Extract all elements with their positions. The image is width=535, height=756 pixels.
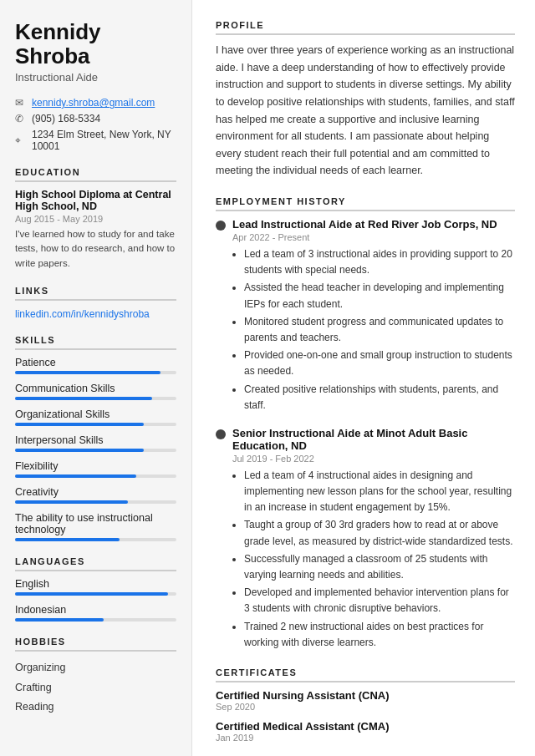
linkedin-link[interactable]: linkedin.com/in/kennidyshroba <box>15 308 150 320</box>
skill-label: Creativity <box>15 486 176 498</box>
job-bullet: Created positive relationships with stud… <box>244 382 515 414</box>
certificates-title: CERTIFICATES <box>216 667 515 682</box>
skill-item: The ability to use instructional technol… <box>15 512 176 541</box>
language-label: Indonesian <box>15 604 176 616</box>
languages-section-title: LANGUAGES <box>15 556 176 571</box>
hobbies-list: OrganizingCraftingReading <box>15 658 176 718</box>
skill-bar-fill <box>15 474 136 478</box>
skill-item: Flexibility <box>15 460 176 478</box>
skill-bar-bg <box>15 538 176 541</box>
language-bar-bg <box>15 592 176 596</box>
job-bullet: Successfully managed a classroom of 25 s… <box>244 551 515 583</box>
address-text: 1234 Elm Street, New York, NY 10001 <box>32 129 176 152</box>
employment-title: EMPLOYMENT HISTORY <box>216 196 515 211</box>
job-bullet: Led a team of 3 instructional aides in p… <box>244 246 515 278</box>
edu-dates: Aug 2015 - May 2019 <box>15 214 176 224</box>
hobbies-section-title: HOBBIES <box>15 637 176 652</box>
job-bullet: Developed and implemented behavior inter… <box>244 585 515 616</box>
address-contact: ⌖ 1234 Elm Street, New York, NY 10001 <box>15 129 176 152</box>
hobby-item: Reading <box>15 698 176 718</box>
hobby-item: Organizing <box>15 658 176 678</box>
education-section-title: EDUCATION <box>15 167 176 182</box>
skill-bar-fill <box>15 423 144 426</box>
job-bullet: Assisted the head teacher in developing … <box>244 280 515 312</box>
languages-list: English Indonesian <box>15 578 176 622</box>
edu-desc: I've learned how to study for and take t… <box>15 227 176 271</box>
cert-date: Jan 2019 <box>216 733 515 743</box>
phone-contact: ✆ (905) 168-5334 <box>15 113 176 124</box>
links-section-title: LINKS <box>15 286 176 301</box>
language-bar-bg <box>15 618 176 622</box>
skill-bar-fill <box>15 538 120 541</box>
job-bullet: Taught a group of 30 3rd graders how to … <box>244 517 515 549</box>
skill-label: Interpersonal Skills <box>15 434 176 446</box>
job-bullets: Led a team of 4 instructional aides in d… <box>232 468 515 651</box>
skill-bar-bg <box>15 423 176 426</box>
skill-label: Flexibility <box>15 460 176 472</box>
language-label: English <box>15 578 176 590</box>
job-header: Senior Instructional Aide at Minot Adult… <box>216 427 515 452</box>
job-dates: Apr 2022 - Present <box>232 232 515 242</box>
language-bar-fill <box>15 618 104 622</box>
skill-item: Patience <box>15 357 176 374</box>
location-icon: ⌖ <box>15 134 27 146</box>
job-entry: Senior Instructional Aide at Minot Adult… <box>216 427 515 651</box>
skill-bar-bg <box>15 371 176 374</box>
cert-name: Certified Nursing Assistant (CNA) <box>216 689 515 702</box>
job-bullet: Trained 2 new instructional aides on bes… <box>244 619 515 651</box>
profile-text: I have over three years of experience wo… <box>216 42 515 180</box>
main-content: PROFILE I have over three years of exper… <box>192 0 535 756</box>
language-bar-fill <box>15 592 168 596</box>
email-link[interactable]: kennidy.shroba@gmail.com <box>32 97 155 109</box>
job-dot <box>216 429 226 439</box>
links-section: linkedin.com/in/kennidyshroba <box>15 307 176 320</box>
language-item: English <box>15 578 176 596</box>
job-title-main: Lead Instructional Aide at Red River Job… <box>232 218 497 231</box>
skill-bar-fill <box>15 371 160 374</box>
resume-page: Kennidy Shroba Instructional Aide ✉ kenn… <box>0 0 535 756</box>
cert-entry: Certified Medical Assistant (CMA) Jan 20… <box>216 720 515 743</box>
hobby-item: Crafting <box>15 678 176 698</box>
job-header: Lead Instructional Aide at Red River Job… <box>216 218 515 231</box>
skill-label: The ability to use instructional technol… <box>15 512 176 535</box>
email-icon: ✉ <box>15 97 27 109</box>
job-bullets: Led a team of 3 instructional aides in p… <box>232 246 515 414</box>
job-entry: Lead Instructional Aide at Red River Job… <box>216 218 515 414</box>
cert-entry: Certified Nursing Assistant (CNA) Sep 20… <box>216 689 515 712</box>
cert-name: Certified Medical Assistant (CMA) <box>216 720 515 733</box>
skill-label: Organizational Skills <box>15 408 176 420</box>
job-bullet: Provided one-on-one and small group inst… <box>244 348 515 379</box>
job-bullet: Led a team of 4 instructional aides in d… <box>244 468 515 516</box>
certificates-section: CERTIFICATES Certified Nursing Assistant… <box>216 667 515 743</box>
phone-number: (905) 168-5334 <box>32 113 100 124</box>
skill-bar-fill <box>15 500 128 504</box>
profile-section-title: PROFILE <box>216 20 515 35</box>
candidate-title: Instructional Aide <box>15 71 176 84</box>
skill-bar-bg <box>15 449 176 452</box>
skill-bar-bg <box>15 397 176 400</box>
skill-bar-fill <box>15 397 152 400</box>
cert-date: Sep 2020 <box>216 702 515 712</box>
phone-icon: ✆ <box>15 113 27 124</box>
skill-label: Patience <box>15 357 176 368</box>
job-dot <box>216 221 226 231</box>
skill-bar-bg <box>15 474 176 478</box>
job-dates: Jul 2019 - Feb 2022 <box>232 454 515 464</box>
skill-item: Organizational Skills <box>15 408 176 426</box>
skills-list: Patience Communication Skills Organizati… <box>15 357 176 541</box>
skills-section-title: SKILLS <box>15 335 176 350</box>
job-bullet: Monitored student progress and communica… <box>244 314 515 346</box>
candidate-name: Kennidy Shroba <box>15 20 176 68</box>
sidebar: Kennidy Shroba Instructional Aide ✉ kenn… <box>0 0 192 756</box>
email-contact: ✉ kennidy.shroba@gmail.com <box>15 97 176 109</box>
skill-item: Communication Skills <box>15 383 176 400</box>
skill-label: Communication Skills <box>15 383 176 394</box>
job-title-main: Senior Instructional Aide at Minot Adult… <box>232 427 515 452</box>
skill-item: Interpersonal Skills <box>15 434 176 452</box>
certs-list: Certified Nursing Assistant (CNA) Sep 20… <box>216 689 515 743</box>
skill-bar-fill <box>15 449 144 452</box>
employment-section: EMPLOYMENT HISTORY Lead Instructional Ai… <box>216 196 515 651</box>
jobs-list: Lead Instructional Aide at Red River Job… <box>216 218 515 651</box>
skill-bar-bg <box>15 500 176 504</box>
edu-degree: High School Diploma at Central High Scho… <box>15 189 176 212</box>
